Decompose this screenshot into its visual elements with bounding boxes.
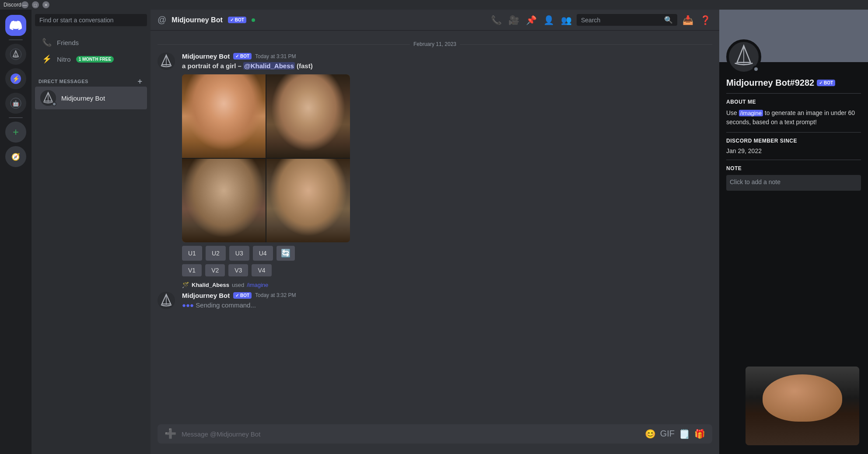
refresh-button[interactable]: 🔄 (276, 246, 295, 261)
note-input[interactable]: Click to add a note (726, 175, 861, 191)
message-avatar-sending (158, 292, 175, 309)
message-header-main: Midjourney Bot ✓ BOT Today at 3:31 PM (182, 52, 712, 60)
profile-username: Midjourney Bot#9282 (726, 78, 814, 88)
message-avatar-midjourney (158, 52, 175, 70)
add-server-button[interactable]: + (5, 122, 26, 143)
explore-servers-button[interactable]: 🧭 (5, 146, 26, 167)
vary-3-button[interactable]: V3 (228, 264, 248, 276)
image-cell-2[interactable] (266, 74, 350, 158)
channel-header: @ Midjourney Bot ✓ BOT 📞 🎥 📌 👤 👥 🔍 📥 ❓ (150, 10, 719, 31)
used-command-row: 🪄 Khalid_Abess used /imagine (150, 278, 719, 290)
sending-dots: ●●● (182, 301, 194, 309)
server-sidebar: ⚡ 🤖 + 🧭 (0, 10, 32, 454)
vary-4-button[interactable]: V4 (252, 264, 271, 276)
emoji-picker-button[interactable]: 😊 (645, 429, 656, 439)
profile-bot-badge: ✓ BOT (817, 80, 835, 86)
titlebar: Discord — □ ✕ (0, 0, 868, 10)
maximize-button[interactable]: □ (32, 1, 39, 8)
message-text-main: a portrait of a girl – @Khalid_Abess (fa… (182, 62, 712, 71)
about-me-title: ABOUT ME (726, 99, 861, 105)
find-conversation-input[interactable]: Find or start a conversation (35, 14, 147, 26)
messages-area[interactable]: February 11, 2023 Midjourney Bot ✓ BOT (150, 31, 719, 424)
message-input[interactable] (182, 425, 640, 443)
image-cell-1[interactable] (182, 74, 266, 158)
main-content: @ Midjourney Bot ✓ BOT 📞 🎥 📌 👤 👥 🔍 📥 ❓ (150, 10, 719, 454)
server-icon-boat[interactable] (5, 44, 26, 65)
add-dm-button[interactable]: + (136, 78, 144, 85)
nitro-icon: ⚡ (42, 54, 52, 64)
video-call-button[interactable]: 🎥 (507, 13, 521, 27)
member-list-button[interactable]: 👥 (559, 13, 573, 27)
imagine-command-link[interactable]: /imagine (247, 282, 268, 288)
upscale-1-button[interactable]: U1 (182, 246, 202, 261)
minimize-button[interactable]: — (21, 1, 28, 8)
friends-icon: 📞 (42, 38, 52, 47)
note-divider (726, 160, 861, 160)
upscale-4-button[interactable]: U4 (253, 246, 273, 261)
inbox-button[interactable]: 📥 (681, 13, 695, 27)
member-since-title: DISCORD MEMBER SINCE (726, 138, 861, 144)
nitro-badge: 1 MONTH FREE (76, 56, 114, 63)
member-since-date: Jan 29, 2022 (726, 147, 861, 154)
dm-section-label: DIRECT MESSAGES (38, 79, 88, 84)
server-icon-nitro[interactable]: ⚡ (5, 68, 26, 89)
help-button[interactable]: ❓ (698, 13, 712, 27)
note-section: NOTE Click to add a note (726, 165, 861, 191)
upscale-2-button[interactable]: U2 (206, 246, 226, 261)
message-main: Midjourney Bot ✓ BOT Today at 3:31 PM a … (150, 51, 719, 278)
discord-home-button[interactable] (5, 15, 26, 36)
date-separator: February 11, 2023 (150, 38, 719, 51)
checkmark-icon: ✓ (230, 17, 234, 22)
sending-author: Midjourney Bot (182, 292, 230, 299)
message-content-sending: Midjourney Bot ✓ BOT Today at 3:32 PM ●●… (182, 292, 712, 310)
profile-name-row: Midjourney Bot#9282 ✓ BOT (726, 78, 861, 88)
gif-button[interactable]: GIF (660, 429, 675, 439)
pin-button[interactable]: 📌 (524, 13, 538, 27)
video-face (763, 374, 842, 422)
dm-sidebar: Find or start a conversation 📞 Friends ⚡… (32, 10, 150, 454)
dm-item-midjourney[interactable]: Midjourney Bot (35, 87, 147, 109)
date-label: February 11, 2023 (413, 41, 456, 47)
about-me-text: Use /imagine to generate an image in und… (726, 108, 861, 127)
svg-text:🤖: 🤖 (12, 100, 20, 107)
upscale-3-button[interactable]: U3 (229, 246, 249, 261)
sidebar-item-nitro[interactable]: ⚡ Nitro 1 MONTH FREE (35, 51, 147, 67)
image-cell-4[interactable] (266, 159, 350, 242)
sending-timestamp: Today at 3:32 PM (255, 292, 296, 298)
sticker-button[interactable]: 🗒️ (679, 429, 690, 439)
add-member-button[interactable]: 👤 (542, 13, 556, 27)
server-divider-2 (9, 117, 23, 118)
video-overlay (746, 367, 859, 445)
app: ⚡ 🤖 + 🧭 Find or start a conversation 📞 F… (0, 10, 868, 454)
vary-1-button[interactable]: V1 (182, 264, 202, 276)
message-timestamp: Today at 3:31 PM (255, 53, 296, 59)
action-buttons-row2: V1 V2 V3 V4 (182, 264, 712, 276)
vary-2-button[interactable]: V2 (205, 264, 225, 276)
input-right-icons: 😊 GIF 🗒️ 🎁 (645, 429, 705, 439)
nitro-gift-button[interactable]: 🎁 (694, 429, 705, 439)
portrait-face-1 (182, 74, 266, 158)
avatar-midjourney (40, 90, 56, 106)
dm-name-midjourney: Midjourney Bot (61, 94, 105, 102)
attach-button[interactable]: ➕ (164, 428, 176, 440)
video-person (746, 367, 859, 445)
image-cell-3[interactable] (182, 159, 266, 242)
sending-bot-badge: ✓ BOT (233, 292, 252, 299)
close-button[interactable]: ✕ (42, 1, 49, 8)
titlebar-controls: — □ ✕ (21, 1, 49, 8)
search-input[interactable] (581, 17, 661, 24)
bot-verified-badge: ✓ BOT (228, 17, 246, 23)
image-grid[interactable] (182, 74, 350, 242)
online-indicator (252, 18, 255, 22)
message-text-sending: ●●● Sending command... (182, 301, 712, 310)
action-buttons-row1: U1 U2 U3 U4 🔄 (182, 246, 712, 261)
server-icon-ai[interactable]: 🤖 (5, 93, 26, 114)
message-bot-badge: ✓ BOT (233, 53, 252, 59)
sidebar-item-friends[interactable]: 📞 Friends (35, 34, 147, 51)
nitro-label: Nitro (57, 56, 71, 63)
sending-text: Sending command... (196, 301, 256, 309)
phone-call-button[interactable]: 📞 (489, 13, 503, 27)
svg-text:⚡: ⚡ (12, 75, 20, 83)
profile-body: Midjourney Bot#9282 ✓ BOT ABOUT ME Use /… (719, 62, 868, 198)
message-sending: Midjourney Bot ✓ BOT Today at 3:32 PM ●●… (150, 290, 719, 312)
